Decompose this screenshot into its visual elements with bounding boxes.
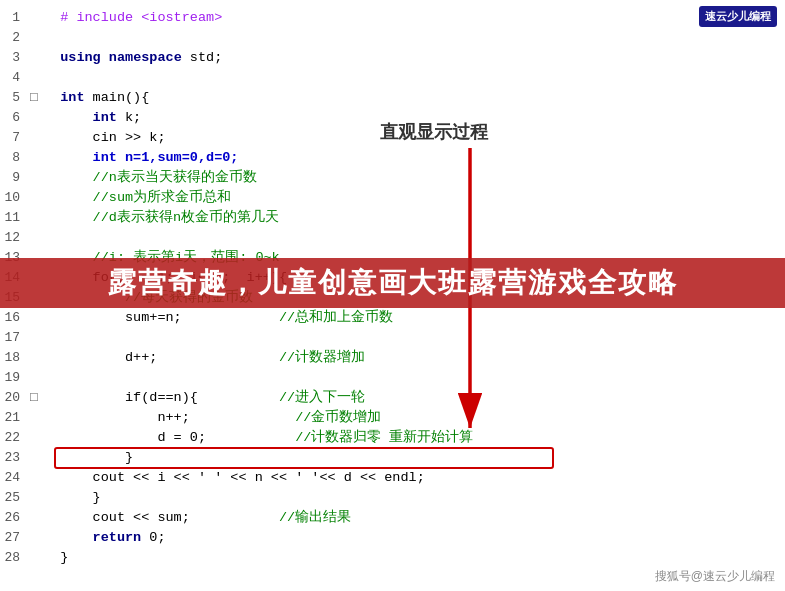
line-num-18: 18: [0, 348, 30, 368]
code-line-12: 12: [0, 228, 785, 248]
line-num-21: 21: [0, 408, 30, 428]
code-line-8: 8 int n=1,sum=0,d=0;: [0, 148, 785, 168]
line-content-23: }: [44, 448, 785, 468]
line-content-1: # include <iostream>: [44, 8, 785, 28]
code-line-2: 2: [0, 28, 785, 48]
code-line-23: 23 }: [0, 448, 785, 468]
line-num-8: 8: [0, 148, 30, 168]
code-line-26: 26 cout << sum; //输出结果: [0, 508, 785, 528]
code-line-25: 25 }: [0, 488, 785, 508]
line-content-20: if(d==n){ //进入下一轮: [44, 388, 785, 408]
code-line-22: 22 d = 0; //计数器归零 重新开始计算: [0, 428, 785, 448]
line-num-12: 12: [0, 228, 30, 248]
line-content-26: cout << sum; //输出结果: [44, 508, 785, 528]
line-content-25: }: [44, 488, 785, 508]
line-content-24: cout << i << ' ' << n << ' '<< d << endl…: [44, 468, 785, 488]
code-line-9: 9 //n表示当天获得的金币数: [0, 168, 785, 188]
line-num-23: 23: [0, 448, 30, 468]
line-num-10: 10: [0, 188, 30, 208]
line-num-20: 20: [0, 388, 30, 408]
code-line-19: 19: [0, 368, 785, 388]
line-num-19: 19: [0, 368, 30, 388]
bottom-watermark: 搜狐号@速云少儿编程: [655, 568, 775, 585]
logo-top-right: 速云少儿编程: [699, 6, 777, 27]
line-num-27: 27: [0, 528, 30, 548]
line-content-16: sum+=n; //总和加上金币数: [44, 308, 785, 328]
line-num-24: 24: [0, 468, 30, 488]
code-line-20: 20 □ if(d==n){ //进入下一轮: [0, 388, 785, 408]
code-line-4: 4: [0, 68, 785, 88]
line-num-3: 3: [0, 48, 30, 68]
code-line-11: 11 //d表示获得n枚金币的第几天: [0, 208, 785, 228]
line-num-4: 4: [0, 68, 30, 88]
code-line-17: 17: [0, 328, 785, 348]
code-container: 1 # include <iostream> 2 3 using namespa…: [0, 0, 785, 591]
line-content-27: return 0;: [44, 528, 785, 548]
collapse-20[interactable]: □: [30, 388, 44, 408]
line-num-16: 16: [0, 308, 30, 328]
line-num-9: 9: [0, 168, 30, 188]
code-line-24: 24 cout << i << ' ' << n << ' '<< d << e…: [0, 468, 785, 488]
line-content-21: n++; //金币数增加: [44, 408, 785, 428]
watermark-text: 搜狐号@速云少儿编程: [655, 569, 775, 583]
line-content-18: d++; //计数器增加: [44, 348, 785, 368]
collapse-5[interactable]: □: [30, 88, 44, 108]
line-num-6: 6: [0, 108, 30, 128]
line-num-25: 25: [0, 488, 30, 508]
line-content-3: using namespace std;: [44, 48, 785, 68]
line-content-11: //d表示获得n枚金币的第几天: [44, 208, 785, 228]
annotation-label: 直观显示过程: [380, 120, 488, 144]
line-content-5: int main(){: [44, 88, 785, 108]
line-num-1: 1: [0, 8, 30, 28]
banner-text: 露营奇趣，儿童创意画大班露营游戏全攻略: [108, 264, 678, 302]
code-line-28: 28 }: [0, 548, 785, 568]
line-num-5: 5: [0, 88, 30, 108]
line-num-22: 22: [0, 428, 30, 448]
line-content-10: //sum为所求金币总和: [44, 188, 785, 208]
line-content-28: }: [44, 548, 785, 568]
code-line-1: 1 # include <iostream>: [0, 8, 785, 28]
annotation-text: 直观显示过程: [380, 122, 488, 142]
code-line-18: 18 d++; //计数器增加: [0, 348, 785, 368]
line-content-8: int n=1,sum=0,d=0;: [44, 148, 785, 168]
code-line-27: 27 return 0;: [0, 528, 785, 548]
line-num-26: 26: [0, 508, 30, 528]
logo-text: 速云少儿编程: [705, 10, 771, 22]
line-content-9: //n表示当天获得的金币数: [44, 168, 785, 188]
code-line-3: 3 using namespace std;: [0, 48, 785, 68]
line-num-17: 17: [0, 328, 30, 348]
line-num-28: 28: [0, 548, 30, 568]
code-line-5: 5 □ int main(){: [0, 88, 785, 108]
line-num-11: 11: [0, 208, 30, 228]
code-line-21: 21 n++; //金币数增加: [0, 408, 785, 428]
overlay-banner: 露营奇趣，儿童创意画大班露营游戏全攻略: [0, 258, 785, 308]
code-line-10: 10 //sum为所求金币总和: [0, 188, 785, 208]
line-num-2: 2: [0, 28, 30, 48]
line-num-7: 7: [0, 128, 30, 148]
line-content-22: d = 0; //计数器归零 重新开始计算: [44, 428, 785, 448]
code-line-16: 16 sum+=n; //总和加上金币数: [0, 308, 785, 328]
